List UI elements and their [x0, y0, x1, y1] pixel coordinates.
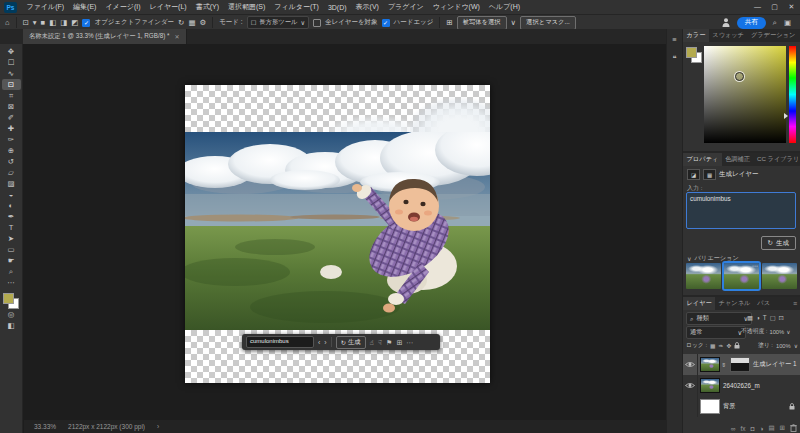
gradient-tool-button[interactable]: ▨	[2, 178, 21, 189]
hue-slider[interactable]	[789, 46, 796, 143]
more-options-icon[interactable]: ⋯	[752, 262, 758, 269]
hue-slider-marker[interactable]	[784, 113, 788, 119]
menu-view[interactable]: 表示(V)	[351, 2, 383, 12]
tab-paths[interactable]: パス	[754, 297, 774, 310]
add-mask-icon[interactable]: ◘	[751, 425, 755, 432]
close-button[interactable]: ✕	[783, 3, 800, 11]
layer-thumbnail[interactable]	[700, 399, 720, 414]
pen-tool-button[interactable]: ✒	[2, 211, 21, 222]
document-tab[interactable]: 名称未設定 1 @ 33.3% (生成レイヤー 1, RGB/8) * ✕	[23, 29, 187, 44]
layer-effects-icon[interactable]: fx	[740, 425, 745, 432]
move-tool-button[interactable]: ✥	[2, 46, 21, 57]
selection-intersect-icon[interactable]: ◩	[71, 19, 78, 27]
menu-type[interactable]: 書式(Y)	[191, 2, 223, 12]
layer-filter-dropdown[interactable]: ⌕ 種類 ∨	[686, 312, 752, 325]
all-layers-checkbox[interactable]	[313, 19, 321, 27]
next-variation-button[interactable]: ›	[324, 339, 326, 346]
generate-button[interactable]: ↻ 生成	[761, 236, 796, 250]
lock-all-icon[interactable]	[734, 342, 740, 349]
menu-filter[interactable]: フィルター(T)	[270, 2, 324, 12]
layer-thumbnail[interactable]	[700, 378, 720, 393]
history-brush-tool-button[interactable]: ↺	[2, 156, 21, 167]
brush-tool-button[interactable]: ✑	[2, 134, 21, 145]
blur-tool-button[interactable]: ◒	[2, 189, 21, 200]
tab-adjustments[interactable]: 色調補正	[722, 153, 754, 166]
chevron-down-icon[interactable]: ∨	[786, 329, 790, 335]
selection-subtract-icon[interactable]: ◨	[60, 19, 67, 27]
eyedropper-tool-button[interactable]: ✐	[2, 112, 21, 123]
prompt-textarea[interactable]: cumulonimbus	[686, 192, 796, 229]
home-icon[interactable]: ⌂	[5, 19, 10, 27]
thumbs-down-icon[interactable]: ☟	[378, 339, 382, 346]
clone-stamp-tool-button[interactable]: ⊕	[2, 145, 21, 156]
menu-layer[interactable]: レイヤー(L)	[145, 2, 191, 12]
layer-name[interactable]: 26402626_m	[723, 382, 760, 389]
layer-thumbnail[interactable]	[700, 357, 720, 372]
filter-adjustment-icon[interactable]: ◑	[756, 314, 760, 321]
tab-color[interactable]: カラー	[683, 29, 709, 42]
crop-tool-button[interactable]: ⌗	[2, 90, 21, 101]
generate-button[interactable]: ↻ 生成	[336, 336, 366, 349]
blend-mode-dropdown[interactable]: 通常 ∨	[686, 326, 746, 339]
tool-preset-icon[interactable]: ⊡	[23, 19, 29, 27]
menu-window[interactable]: ウィンドウ(W)	[428, 2, 484, 12]
dodge-tool-button[interactable]: ◐	[2, 200, 21, 211]
lasso-tool-button[interactable]: ∿	[2, 68, 21, 79]
visibility-toggle-off[interactable]	[683, 396, 698, 417]
screen-mode-button[interactable]: ◧	[2, 320, 21, 331]
lock-paint-icon[interactable]: ✑	[719, 343, 724, 349]
hard-edge-checkbox[interactable]: ✓	[382, 19, 390, 27]
layer-name[interactable]: 生成レイヤー 1	[753, 360, 796, 369]
gear-icon[interactable]: ⚙	[199, 19, 206, 27]
filter-shape-icon[interactable]: ▢	[770, 314, 776, 321]
variations-header[interactable]: ∨ バリエーション	[687, 254, 739, 263]
previous-variation-button[interactable]: ‹	[318, 339, 320, 346]
foreground-color-swatch[interactable]	[3, 293, 14, 304]
workspace-icon[interactable]: ▣	[784, 19, 791, 27]
tab-close-icon[interactable]: ✕	[175, 33, 180, 40]
new-group-icon[interactable]: ▤	[768, 424, 774, 432]
foreground-color-chip[interactable]	[686, 47, 697, 58]
tab-swatches[interactable]: スウォッチ	[709, 29, 748, 42]
variation-thumbnail-1[interactable]	[686, 263, 721, 289]
more-options-icon[interactable]: ⋯	[406, 339, 413, 346]
selection-add-icon[interactable]: ◧	[49, 19, 56, 27]
share-button[interactable]: 共有	[737, 17, 766, 29]
selection-new-icon[interactable]: ■	[41, 19, 46, 27]
visibility-toggle[interactable]	[683, 354, 698, 375]
quick-mask-button[interactable]: ◎	[2, 309, 21, 320]
filter-type-icon[interactable]: T	[763, 314, 767, 321]
lock-position-icon[interactable]: ✥	[726, 343, 731, 349]
mode-dropdown[interactable]: ☐ 長方形ツール ∨	[247, 16, 309, 29]
menu-3d[interactable]: 3D(D)	[323, 4, 351, 11]
tool-options-icon[interactable]: ⊞	[446, 19, 452, 27]
history-panel-icon[interactable]: ≡	[672, 35, 676, 44]
search-icon[interactable]: ⌕	[773, 19, 777, 27]
eraser-tool-button[interactable]: ▱	[2, 167, 21, 178]
account-icon[interactable]	[722, 18, 730, 27]
select-subject-dropdown-icon[interactable]: ∨	[511, 19, 517, 27]
type-tool-button[interactable]: T	[2, 222, 21, 233]
show-all-objects-icon[interactable]: ▦	[188, 19, 195, 27]
tool-preset-dropdown-icon[interactable]: ▾	[33, 19, 37, 27]
fill-value[interactable]: 100%	[776, 343, 791, 349]
menu-select[interactable]: 選択範囲(S)	[223, 2, 269, 12]
panel-menu-icon[interactable]: ≡	[793, 297, 800, 310]
delete-layer-icon[interactable]	[790, 424, 797, 432]
edit-toolbar-button[interactable]: ⋯	[2, 277, 21, 288]
frame-tool-button[interactable]: ⊠	[2, 101, 21, 112]
color-swatch-widget[interactable]	[3, 293, 19, 309]
tab-cc-libraries[interactable]: CC ライブラリ	[753, 153, 800, 166]
object-finder-checkbox[interactable]: ✓	[82, 19, 90, 27]
lock-transparent-icon[interactable]: ▦	[710, 343, 715, 349]
report-flag-icon[interactable]: ⚑	[386, 339, 392, 346]
object-selection-tool-button[interactable]: ⊡	[2, 79, 21, 90]
tab-layers[interactable]: レイヤー	[683, 297, 715, 310]
maximize-button[interactable]: ▢	[766, 3, 783, 11]
properties-icon[interactable]: ⊞	[396, 339, 402, 346]
layer-row-generative[interactable]: ∞ 生成レイヤー 1	[683, 354, 800, 375]
layer-row-background[interactable]: 背景	[683, 396, 800, 417]
menu-help[interactable]: ヘルプ(H)	[484, 2, 524, 12]
menu-image[interactable]: イメージ(I)	[101, 2, 145, 12]
filter-smart-object-icon[interactable]: ⊡	[779, 314, 784, 321]
